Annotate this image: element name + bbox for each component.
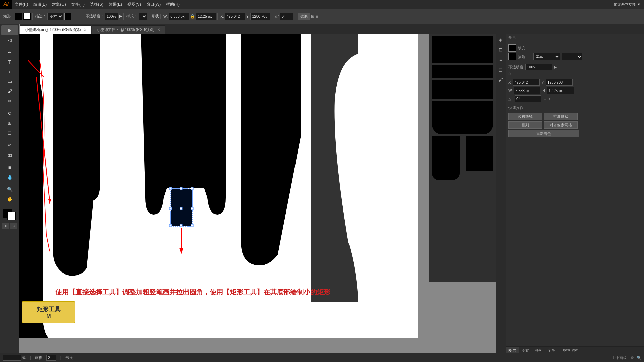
tab-1-label: 小墨源文件.ai @ 100% (RGB/预览): [97, 27, 154, 32]
paintbrush-tool[interactable]: 🖌: [1, 86, 18, 96]
w-label: W:: [163, 14, 168, 18]
opacity-input[interactable]: [105, 13, 118, 20]
menu-help[interactable]: 帮助(H): [163, 0, 182, 9]
toolbar-separator-2: [3, 107, 16, 107]
preview-item-4: [432, 101, 493, 134]
xy-row: X Y: [508, 79, 641, 86]
stroke-dropdown[interactable]: 基本: [47, 13, 63, 20]
settings-icon[interactable]: ⚙: [631, 356, 634, 360]
recolor-btn[interactable]: 重新着色: [508, 130, 579, 137]
y-input-panel[interactable]: [546, 79, 573, 86]
right-mini-toolbar: ⊞ ◈ ⊟ ≡ ◻ 🖌: [496, 24, 506, 362]
align-icon[interactable]: ⊟: [315, 14, 319, 19]
transform-icon[interactable]: ⊞: [311, 14, 314, 19]
preview-item-1: [432, 36, 493, 63]
eyedropper-tool[interactable]: 💧: [1, 172, 18, 182]
stroke-weight-select[interactable]: [562, 53, 582, 60]
ltab-layers[interactable]: 图层: [506, 347, 519, 354]
stroke-swatch-panel[interactable]: [508, 53, 516, 60]
appearance-icon[interactable]: ◈: [497, 37, 504, 44]
document-tabs: 小墨讲稿.ai @ 1200% (RGB/预览) ✕ 小墨源文件.ai @ 10…: [20, 24, 644, 34]
graph-tool[interactable]: ▦: [1, 150, 18, 160]
none-mode-btn[interactable]: ⊘: [10, 223, 17, 229]
zoom-input[interactable]: 1200%: [3, 355, 21, 361]
stroke-type-select[interactable]: 基本: [533, 53, 560, 60]
h-input-panel[interactable]: [547, 87, 574, 94]
tab-1[interactable]: 小墨源文件.ai @ 100% (RGB/预览) ✕: [92, 25, 165, 34]
quick-ops-row2: 排列 对齐像素网格: [508, 121, 641, 129]
menu-edit[interactable]: 编辑(E): [31, 0, 49, 9]
text-tool[interactable]: T: [1, 57, 18, 67]
flip-v-icon[interactable]: ↕: [549, 97, 550, 101]
x-input-panel[interactable]: [513, 79, 540, 86]
tab-0-close[interactable]: ✕: [84, 28, 86, 32]
w-input-panel[interactable]: [514, 87, 540, 94]
blend-tool[interactable]: ∞: [1, 140, 18, 150]
arrange-btn[interactable]: 排列: [508, 121, 542, 129]
stroke-swatch: [64, 13, 81, 20]
width-input[interactable]: [169, 13, 189, 20]
tab-0[interactable]: 小墨讲稿.ai @ 1200% (RGB/预览) ✕: [20, 25, 91, 34]
stroke-color-swatch[interactable]: [23, 13, 31, 20]
menu-file[interactable]: 文件(F): [12, 0, 31, 9]
ltab-opentype[interactable]: OpenType: [558, 347, 581, 354]
fill-color-swatch[interactable]: [15, 13, 22, 20]
flip-h-icon[interactable]: ↔: [543, 97, 547, 101]
rot-icon: △°: [508, 97, 513, 101]
menu-bar: Ai 文件(F) 编辑(E) 对象(O) 文字(T) 选择(S) 效果(E) 视…: [0, 0, 644, 9]
opacity-input-panel[interactable]: [525, 64, 552, 70]
transform-icon2[interactable]: ⊟: [497, 47, 504, 54]
zoom-tool[interactable]: 🔍: [1, 185, 18, 194]
transform-section: 变换 ⊞ ⊟: [297, 13, 320, 20]
style-dropdown[interactable]: [139, 13, 147, 20]
toolbar-separator-1: [3, 46, 16, 46]
direct-selection-tool[interactable]: ◁: [1, 35, 18, 45]
expand-shape-btn[interactable]: 扩展形状: [544, 113, 578, 120]
layers-icon[interactable]: ◻: [497, 67, 504, 74]
ltab-paragraph[interactable]: 段落: [532, 347, 545, 354]
ltab-character[interactable]: 字符: [545, 347, 558, 354]
tooltip-tool-name: 矩形工具: [29, 305, 69, 313]
workspace-selector[interactable]: 传统基本功能 ▼: [614, 2, 644, 7]
tab-1-close[interactable]: ✕: [157, 28, 160, 32]
artboard-input[interactable]: [46, 355, 56, 361]
color-mode-btn[interactable]: ■: [2, 223, 9, 229]
selection-tool[interactable]: ▶: [1, 25, 18, 35]
offset-path-btn[interactable]: 位移路径: [508, 113, 542, 120]
menu-text[interactable]: 文字(T): [69, 0, 87, 9]
ltab-pattern[interactable]: 图案: [519, 347, 532, 354]
line-tool[interactable]: /: [1, 67, 18, 76]
gradient-tool[interactable]: ■: [1, 163, 18, 172]
menu-window[interactable]: 窗口(W): [144, 0, 163, 9]
eraser-tool[interactable]: ◻: [1, 128, 18, 137]
tooltip-shortcut: M: [29, 313, 69, 319]
scale-tool[interactable]: ⊞: [1, 118, 18, 128]
y-input[interactable]: [250, 13, 270, 20]
x-input[interactable]: [225, 13, 245, 20]
stroke-swatch-left[interactable]: [7, 212, 16, 220]
rot-input-panel[interactable]: [515, 95, 541, 102]
preview-panel: [429, 34, 496, 282]
pencil-tool[interactable]: ✏: [1, 96, 18, 106]
brush-icon[interactable]: 🖌: [497, 77, 504, 84]
quick-ops-row1: 位移路径 扩展形状: [508, 113, 641, 120]
align-pixel-btn[interactable]: 对齐像素网格: [544, 121, 578, 129]
fill-swatch-panel[interactable]: [508, 44, 516, 52]
menu-effect[interactable]: 效果(E): [106, 0, 125, 9]
status-separator: |: [30, 356, 31, 360]
rect-tool[interactable]: ▭: [1, 77, 18, 86]
menu-select[interactable]: 选择(S): [87, 0, 106, 9]
stroke-width-section: 描边： 基本: [34, 13, 83, 20]
menu-object[interactable]: 对象(O): [49, 0, 68, 9]
align-icon2[interactable]: ≡: [497, 57, 504, 64]
search-status-icon[interactable]: 🔍: [637, 356, 641, 360]
menu-view[interactable]: 视图(V): [125, 0, 144, 9]
pen-tool[interactable]: ✒: [1, 48, 18, 57]
transform-btn[interactable]: 变换: [298, 13, 310, 20]
rotate-tool[interactable]: ↻: [1, 109, 18, 118]
rotation-input[interactable]: [280, 13, 293, 20]
height-input[interactable]: [196, 13, 216, 20]
svg-rect-11: [191, 224, 193, 227]
hand-tool[interactable]: ✋: [1, 194, 18, 204]
coords-section: X: Y:: [219, 13, 272, 20]
